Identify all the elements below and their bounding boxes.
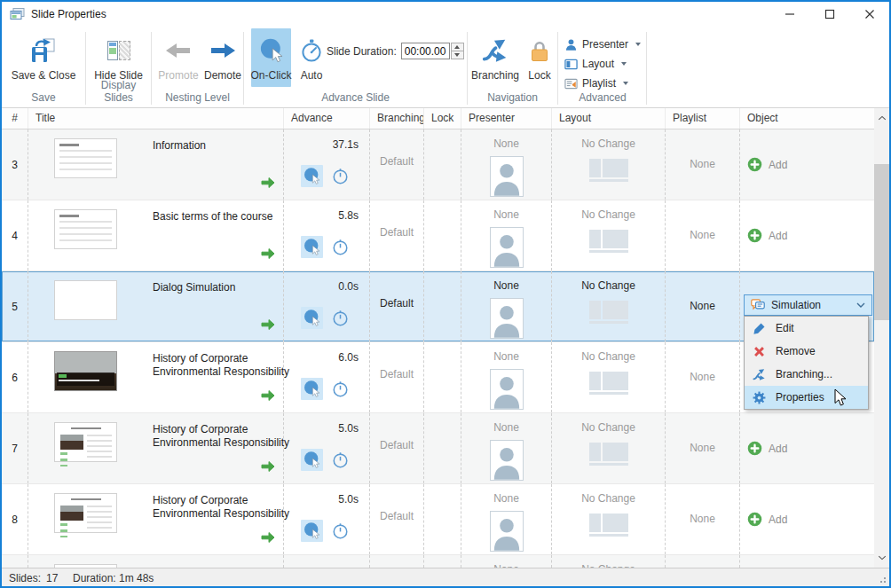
menu-item-properties[interactable]: Properties bbox=[745, 386, 868, 409]
object-cell[interactable]: Add bbox=[740, 200, 874, 270]
branching-cell[interactable]: Default bbox=[370, 342, 424, 412]
layout-icon bbox=[564, 58, 578, 71]
presenter-cell[interactable]: None bbox=[461, 271, 552, 341]
on-click-icon[interactable] bbox=[301, 307, 323, 329]
lock-cell[interactable] bbox=[424, 271, 461, 341]
playlist-dropdown[interactable]: Playlist bbox=[564, 75, 628, 91]
remove-icon bbox=[753, 345, 766, 358]
presenter-dropdown[interactable]: Presenter bbox=[564, 36, 641, 52]
branching-cell[interactable]: Default bbox=[370, 200, 424, 270]
timer-icon[interactable] bbox=[331, 238, 350, 256]
table-row-9-partial[interactable]: None No Change bbox=[2, 555, 874, 568]
presenter-cell[interactable]: None bbox=[461, 342, 552, 412]
auto-button[interactable]: Auto bbox=[296, 28, 327, 82]
branching-cell[interactable]: Default bbox=[370, 129, 424, 200]
title-cell: Information bbox=[28, 129, 284, 200]
layout-cell[interactable]: No Change bbox=[552, 129, 666, 200]
object-cell[interactable]: Add bbox=[740, 484, 874, 554]
playlist-cell[interactable]: None bbox=[666, 342, 740, 412]
add-object-button[interactable]: Add bbox=[747, 512, 787, 527]
on-click-icon[interactable] bbox=[301, 520, 323, 542]
playlist-cell[interactable]: None bbox=[666, 200, 740, 270]
timer-icon[interactable] bbox=[331, 521, 350, 540]
layout-cell[interactable]: No Change bbox=[552, 342, 666, 412]
scroll-down-button[interactable] bbox=[874, 548, 889, 568]
resize-grip[interactable] bbox=[877, 574, 886, 583]
save-close-button[interactable]: Save & Close bbox=[5, 28, 82, 82]
object-cell[interactable]: Add bbox=[740, 413, 874, 483]
add-object-button[interactable]: Add bbox=[747, 157, 787, 172]
branching-button[interactable]: Branching bbox=[468, 28, 523, 82]
layout-cell[interactable]: No Change bbox=[552, 413, 666, 483]
chevron-up-icon bbox=[878, 115, 887, 121]
on-click-button[interactable]: On-Click bbox=[251, 28, 291, 87]
menu-item-remove[interactable]: Remove bbox=[745, 340, 868, 363]
timer-icon[interactable] bbox=[331, 380, 350, 398]
layout-cell[interactable]: No Change bbox=[552, 200, 666, 270]
object-dropdown[interactable]: Simulation bbox=[744, 294, 872, 316]
save-icon bbox=[30, 34, 57, 67]
branching-cell[interactable]: Default bbox=[370, 413, 424, 483]
table-row-3[interactable]: 3 Information 37.1s Default None bbox=[2, 129, 874, 200]
layout-label: Layout bbox=[582, 58, 614, 70]
on-click-icon[interactable] bbox=[301, 449, 323, 471]
slide-number: 5 bbox=[2, 271, 28, 341]
scroll-up-button[interactable] bbox=[874, 108, 889, 128]
menu-item-edit[interactable]: Edit bbox=[745, 317, 868, 340]
on-click-label: On-Click bbox=[251, 69, 292, 82]
table-row-4[interactable]: 4 Basic terms of the course 5.8s Default bbox=[2, 200, 874, 271]
menu-item-branching[interactable]: Branching... bbox=[745, 363, 868, 386]
promote-button[interactable]: Promote bbox=[154, 28, 202, 82]
branching-cell[interactable]: Default bbox=[370, 271, 424, 341]
presenter-cell[interactable]: None bbox=[461, 413, 552, 483]
maximize-button[interactable] bbox=[809, 2, 849, 27]
close-button[interactable] bbox=[849, 2, 889, 27]
advance-time: 5.0s bbox=[338, 493, 359, 506]
lock-cell[interactable] bbox=[424, 413, 461, 483]
group-nesting-level: Promote Demote Nesting Level bbox=[152, 27, 243, 107]
playlist-cell[interactable]: None bbox=[666, 271, 740, 341]
hide-slide-button[interactable]: Hide Slide bbox=[89, 28, 148, 82]
add-object-button[interactable]: Add bbox=[747, 441, 787, 456]
add-object-button[interactable]: Add bbox=[747, 228, 787, 243]
table-row-8[interactable]: 8 History of Corporate Environmental Res… bbox=[2, 484, 874, 555]
timer-icon[interactable] bbox=[331, 167, 350, 185]
scrollbar-thumb[interactable] bbox=[874, 164, 889, 320]
slide-duration-input[interactable] bbox=[401, 43, 450, 59]
lock-cell[interactable] bbox=[424, 129, 461, 200]
lock-cell[interactable] bbox=[424, 484, 461, 554]
lock-cell[interactable] bbox=[424, 342, 461, 412]
playlist-cell[interactable]: None bbox=[666, 413, 740, 483]
group-advanced: Presenter Layout Playlist Advanced bbox=[558, 27, 647, 107]
group-save: Save & Close Save bbox=[2, 27, 85, 107]
layout-dropdown[interactable]: Layout bbox=[564, 56, 627, 72]
minimize-button[interactable] bbox=[769, 2, 809, 27]
spinner-up-button[interactable] bbox=[451, 43, 464, 51]
save-close-label: Save & Close bbox=[12, 69, 76, 82]
on-click-icon[interactable] bbox=[301, 236, 323, 258]
presenter-cell[interactable]: None bbox=[461, 129, 552, 200]
presenter-cell[interactable]: None bbox=[461, 200, 552, 270]
on-click-icon[interactable] bbox=[301, 378, 323, 400]
branching-cell[interactable]: Default bbox=[370, 484, 424, 554]
lock-button[interactable]: Lock bbox=[524, 28, 556, 82]
demote-button[interactable]: Demote bbox=[202, 28, 243, 82]
vertical-scrollbar[interactable] bbox=[874, 108, 889, 568]
presenter-cell[interactable]: None bbox=[461, 484, 552, 554]
group-display-slides: Hide Slide Display Slides bbox=[86, 27, 151, 107]
playlist-cell[interactable]: None bbox=[666, 484, 740, 554]
playlist-cell[interactable]: None bbox=[666, 129, 740, 200]
on-click-icon[interactable] bbox=[301, 165, 323, 187]
lock-cell[interactable] bbox=[424, 200, 461, 270]
object-cell[interactable]: Add bbox=[740, 129, 874, 200]
triangle-down-icon bbox=[454, 53, 460, 57]
timer-icon[interactable] bbox=[331, 309, 350, 327]
lock-label: Lock bbox=[528, 69, 550, 82]
duration-value: 1m 48s bbox=[119, 572, 154, 584]
layout-cell[interactable]: No Change bbox=[552, 484, 666, 554]
timer-icon[interactable] bbox=[331, 451, 350, 469]
layout-cell[interactable]: No Change bbox=[552, 271, 666, 341]
slide-thumbnail bbox=[54, 209, 117, 249]
table-row-7[interactable]: 7 History of Corporate Environmental Res… bbox=[2, 413, 874, 484]
spinner-down-button[interactable] bbox=[451, 51, 464, 59]
